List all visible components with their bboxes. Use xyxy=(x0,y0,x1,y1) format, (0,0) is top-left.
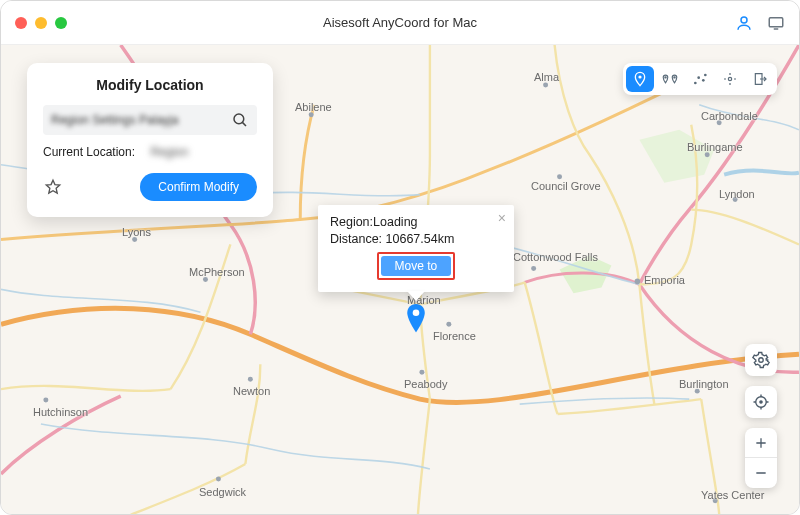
map-pin-icon xyxy=(406,304,426,334)
screen-icon[interactable] xyxy=(767,15,785,31)
svg-point-24 xyxy=(674,77,675,78)
svg-point-11 xyxy=(531,266,536,271)
move-to-button[interactable]: Move to xyxy=(381,256,452,276)
popup-distance-value: 10667.54km xyxy=(386,232,455,246)
panel-title: Modify Location xyxy=(43,77,257,93)
settings-button[interactable] xyxy=(745,344,777,376)
svg-point-12 xyxy=(557,174,562,179)
svg-point-9 xyxy=(419,370,424,375)
svg-point-31 xyxy=(759,358,764,363)
favorite-button[interactable] xyxy=(43,177,63,197)
popup-close-button[interactable]: × xyxy=(498,211,506,225)
popup-distance-row: Distance: 10667.54km xyxy=(330,232,502,246)
app-title: Aisesoft AnyCoord for Mac xyxy=(1,15,799,30)
mode-multi-spot-button[interactable] xyxy=(686,66,714,92)
svg-point-16 xyxy=(713,498,718,503)
search-icon[interactable] xyxy=(231,111,249,129)
mode-joystick-button[interactable] xyxy=(716,66,744,92)
svg-point-22 xyxy=(638,75,641,78)
window-controls xyxy=(15,17,67,29)
svg-point-14 xyxy=(635,279,641,285)
titlebar-actions xyxy=(735,14,785,32)
svg-point-19 xyxy=(717,120,722,125)
svg-point-13 xyxy=(543,82,548,87)
popup-arrow-icon xyxy=(407,291,425,301)
zoom-in-button[interactable] xyxy=(745,428,777,458)
search-row xyxy=(43,105,257,135)
svg-line-21 xyxy=(242,122,246,126)
svg-point-20 xyxy=(234,114,244,124)
svg-point-0 xyxy=(741,17,747,23)
svg-point-15 xyxy=(695,389,700,394)
current-location-row: Current Location: Region xyxy=(43,145,257,159)
close-window-button[interactable] xyxy=(15,17,27,29)
svg-point-25 xyxy=(694,82,697,85)
location-popup: × Region:Loading Distance: 10667.54km Mo… xyxy=(318,205,514,292)
svg-point-3 xyxy=(203,277,208,282)
titlebar: Aisesoft AnyCoord for Mac xyxy=(1,1,799,45)
current-location-label: Current Location: xyxy=(43,145,135,159)
svg-point-10 xyxy=(446,322,451,327)
modify-location-panel: Modify Location Current Location: Region… xyxy=(27,63,273,217)
map-controls xyxy=(745,344,777,488)
svg-point-28 xyxy=(704,74,707,77)
zoom-out-button[interactable] xyxy=(745,458,777,488)
popup-region-label: Region: xyxy=(330,215,373,229)
popup-distance-label: Distance: xyxy=(330,232,382,246)
svg-point-27 xyxy=(702,79,705,82)
svg-point-7 xyxy=(309,112,314,117)
maximize-window-button[interactable] xyxy=(55,17,67,29)
highlight-box: Move to xyxy=(377,252,456,280)
current-location-value: Region xyxy=(138,145,200,159)
svg-point-33 xyxy=(760,401,762,403)
svg-point-2 xyxy=(43,398,48,403)
svg-rect-1 xyxy=(769,17,783,26)
popup-region-value: Loading xyxy=(373,215,418,229)
svg-point-30 xyxy=(413,309,420,316)
export-button[interactable] xyxy=(746,66,774,92)
map-area[interactable]: Hutchinson McPherson Lyons Newton Sedgwi… xyxy=(1,45,799,514)
svg-point-4 xyxy=(132,237,137,242)
svg-point-26 xyxy=(697,76,700,79)
app-window: Aisesoft AnyCoord for Mac xyxy=(0,0,800,515)
popup-region-row: Region:Loading xyxy=(330,215,502,229)
svg-point-17 xyxy=(733,197,738,202)
account-icon[interactable] xyxy=(735,14,753,32)
zoom-controls xyxy=(745,428,777,488)
mode-teleport-button[interactable] xyxy=(626,66,654,92)
svg-point-6 xyxy=(216,476,221,481)
svg-point-29 xyxy=(728,77,731,80)
center-button[interactable] xyxy=(745,386,777,418)
svg-point-23 xyxy=(665,77,666,78)
svg-point-5 xyxy=(248,377,253,382)
minimize-window-button[interactable] xyxy=(35,17,47,29)
confirm-modify-button[interactable]: Confirm Modify xyxy=(140,173,257,201)
location-search-input[interactable] xyxy=(51,113,231,127)
mode-two-spot-button[interactable] xyxy=(656,66,684,92)
mode-toolbar xyxy=(623,63,777,95)
svg-point-18 xyxy=(705,152,710,157)
